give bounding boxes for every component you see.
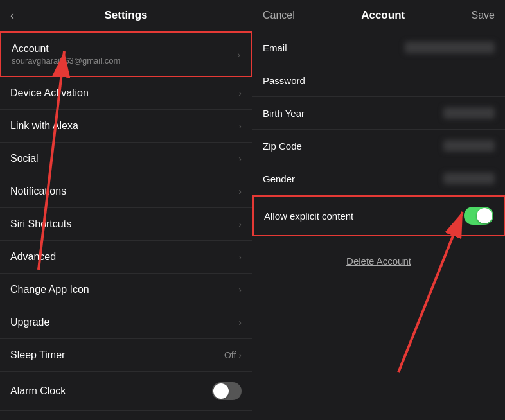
alarm-clock-label: Alarm Clock	[10, 385, 66, 397]
email-field-label: Email	[263, 42, 314, 53]
email-row: Email	[253, 31, 505, 64]
right-panel: Cancel Account Save Email Password Birth…	[253, 0, 505, 420]
sleep-timer-label: Sleep Timer	[10, 349, 65, 361]
birth-year-field-value[interactable]	[443, 107, 495, 119]
chevron-icon: ›	[238, 317, 242, 328]
advanced-label: Advanced	[10, 251, 56, 263]
chevron-icon: ›	[238, 186, 242, 197]
explicit-content-row: Allow explicit content	[253, 195, 505, 236]
settings-item-change-app-icon[interactable]: Change App Icon ›	[0, 274, 252, 306]
settings-item-siri-shortcuts[interactable]: Siri Shortcuts ›	[0, 208, 252, 241]
right-header: Cancel Account Save	[253, 0, 505, 31]
password-row: Password	[253, 64, 505, 97]
siri-shortcuts-label: Siri Shortcuts	[10, 218, 71, 230]
settings-item-device-activation[interactable]: Device Activation ›	[0, 77, 252, 110]
upgrade-label: Upgrade	[10, 317, 49, 328]
settings-item-alarm-clock[interactable]: Alarm Clock	[0, 372, 252, 411]
settings-item-account[interactable]: Account souravgharai963@gmail.com ›	[0, 31, 252, 77]
birth-year-row: Birth Year	[253, 97, 505, 130]
chevron-icon: ›	[238, 88, 242, 98]
account-fields: Email Password Birth Year Zip Code Gende…	[253, 31, 505, 420]
link-alexa-label: Link with Alexa	[10, 120, 78, 132]
settings-item-link-with-alexa[interactable]: Link with Alexa ›	[0, 110, 252, 143]
settings-item-sleep-timer[interactable]: Sleep Timer Off ›	[0, 339, 252, 372]
device-activation-label: Device Activation	[10, 87, 89, 99]
save-button[interactable]: Save	[472, 10, 495, 21]
zip-code-field-value[interactable]	[443, 140, 495, 152]
explicit-content-label: Allow explicit content	[264, 211, 353, 222]
settings-item-social[interactable]: Social ›	[0, 143, 252, 175]
chevron-icon: ›	[238, 252, 242, 262]
left-header: ‹ Settings	[0, 0, 252, 31]
settings-item-notifications[interactable]: Notifications ›	[0, 175, 252, 208]
left-panel: ‹ Settings Account souravgharai963@gmail…	[0, 0, 253, 420]
back-button[interactable]: ‹	[10, 9, 14, 22]
notifications-label: Notifications	[10, 186, 66, 197]
alarm-clock-toggle[interactable]	[212, 382, 242, 400]
email-field-value[interactable]	[405, 42, 495, 53]
chevron-icon: ›	[238, 284, 242, 295]
chevron-icon: ›	[238, 219, 242, 229]
birth-year-field-label: Birth Year	[263, 108, 314, 119]
chevron-icon: ›	[237, 49, 240, 60]
left-panel-title: Settings	[10, 9, 242, 22]
settings-item-advanced[interactable]: Advanced ›	[0, 241, 252, 274]
toggle-knob	[213, 383, 229, 399]
explicit-content-toggle[interactable]	[464, 207, 493, 225]
change-app-icon-label: Change App Icon	[10, 284, 89, 295]
account-email: souravgharai963@gmail.com	[12, 56, 120, 66]
settings-list: Account souravgharai963@gmail.com › Devi…	[0, 31, 252, 420]
social-label: Social	[10, 153, 39, 164]
password-field-value[interactable]	[443, 74, 495, 86]
toggle-knob	[477, 208, 492, 223]
zip-code-field-label: Zip Code	[263, 141, 314, 152]
account-label: Account	[12, 43, 120, 55]
right-panel-title: Account	[361, 9, 405, 22]
gender-field-label: Gender	[263, 173, 314, 184]
chevron-icon: ›	[238, 121, 242, 131]
sleep-timer-value: Off	[224, 350, 236, 360]
chevron-icon: ›	[238, 350, 242, 360]
settings-item-upgrade[interactable]: Upgrade ›	[0, 306, 252, 339]
cancel-button[interactable]: Cancel	[263, 10, 295, 21]
gender-field-value[interactable]	[443, 173, 495, 184]
delete-section: Delete Account	[253, 236, 505, 279]
zip-code-row: Zip Code	[253, 130, 505, 162]
password-field-label: Password	[263, 75, 314, 86]
chevron-icon: ›	[238, 153, 242, 164]
gender-row: Gender	[253, 162, 505, 195]
delete-account-link[interactable]: Delete Account	[346, 256, 411, 267]
